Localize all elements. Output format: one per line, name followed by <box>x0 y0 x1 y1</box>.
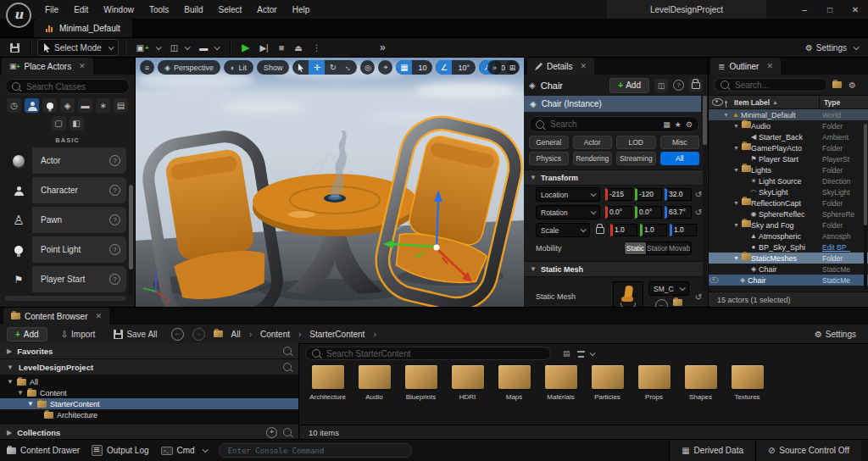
viewport-layout-icon[interactable]: ⊞ <box>505 60 520 75</box>
stop-button[interactable]: ■ <box>274 40 290 55</box>
search-icon[interactable] <box>283 363 292 371</box>
help-icon[interactable]: ? <box>109 274 120 285</box>
place-actors-search[interactable] <box>5 79 130 94</box>
folder-textures[interactable]: Textures <box>725 365 770 401</box>
back-icon[interactable]: ← <box>171 328 184 341</box>
play-options-button[interactable]: ⋮ <box>308 40 326 55</box>
add-actor-dropdown[interactable]: ▣+ <box>131 40 165 55</box>
rotation-dropdown[interactable]: Rotation <box>536 205 600 219</box>
outliner-settings-icon[interactable]: ⚙ <box>849 81 856 90</box>
category-all-icon[interactable]: ◧ <box>70 116 84 131</box>
rotation-snap-icon[interactable]: ∠ <box>436 60 452 75</box>
folder-architecture[interactable]: Architecture <box>305 365 350 401</box>
component-chair-instance[interactable]: ◈ Chair (Instance) <box>524 96 701 112</box>
chip-streaming[interactable]: Streaming <box>616 152 656 165</box>
settings-dropdown[interactable]: ⚙ Settings <box>800 40 863 55</box>
folder-maps[interactable]: Maps <box>492 365 537 401</box>
show-dropdown[interactable]: Show <box>257 60 290 75</box>
select-mode-dropdown[interactable]: Select Mode <box>37 39 119 56</box>
chip-general[interactable]: General <box>529 136 569 149</box>
location-y-field[interactable]: -120 <box>635 188 662 201</box>
outliner-row-folder-staticmeshes[interactable]: ▼StaticMeshesFolder <box>709 253 868 264</box>
outliner-scrollbar[interactable] <box>864 124 867 290</box>
outliner-row-chair-selected[interactable]: ◈ChairStaticMe <box>709 275 868 286</box>
chip-actor[interactable]: Actor <box>573 136 613 149</box>
menu-build[interactable]: Build <box>184 5 203 14</box>
breadcrumb-startercontent[interactable]: StarterContent <box>309 330 364 339</box>
outliner-search[interactable] <box>714 78 827 92</box>
category-shapes-icon[interactable]: ◈ <box>60 98 75 113</box>
pin-column-icon[interactable] <box>725 101 727 103</box>
breadcrumb-content[interactable]: Content <box>260 330 290 339</box>
cb-add-button[interactable]: +Add <box>7 327 47 342</box>
console-input[interactable] <box>226 446 404 456</box>
close-tab-icon[interactable]: ✕ <box>95 312 102 320</box>
close-tab-icon[interactable]: ✕ <box>581 62 587 70</box>
location-x-field[interactable]: -215 <box>605 188 632 201</box>
grid-snap-icon[interactable]: ▦ <box>396 60 412 75</box>
console-command-bar[interactable] <box>219 443 412 458</box>
menu-window[interactable]: Window <box>103 5 134 14</box>
details-scrollbar[interactable] <box>703 96 707 291</box>
scale-lock-icon[interactable] <box>596 227 604 234</box>
cmd-dropdown[interactable]: >_Cmd <box>161 446 207 455</box>
edit-blueprint-link[interactable]: Edit BP_ <box>822 243 865 252</box>
menu-tools[interactable]: Tools <box>149 5 169 14</box>
save-search-icon[interactable]: ▤ <box>563 349 570 358</box>
location-z-field[interactable]: 32.0 <box>665 188 692 201</box>
add-component-button[interactable]: +Add <box>609 78 649 93</box>
import-button[interactable]: ⇩Import <box>56 326 101 342</box>
details-search-input[interactable] <box>548 119 659 130</box>
item-label-column[interactable]: Item Label <box>734 98 770 107</box>
tree-item-startercontent-selected[interactable]: ▼StarterContent <box>0 398 298 409</box>
static-mesh-thumbnail[interactable] <box>613 281 643 307</box>
outliner-row-folder[interactable]: ▼Sky and FogFolder <box>709 219 868 230</box>
rotation-y-field[interactable]: 0.0° <box>635 206 662 219</box>
asset-search-input[interactable] <box>325 348 544 359</box>
outliner-row-folder[interactable]: ▼ReflectionCaptFolder <box>709 197 868 208</box>
outliner-row-actor[interactable]: ●BP_Sky_SphiEdit BP_ <box>709 242 868 253</box>
minimize-button[interactable]: – <box>792 5 817 14</box>
forward-icon[interactable]: → <box>192 328 205 341</box>
type-column[interactable]: Type <box>824 98 840 107</box>
source-control-button[interactable]: ⊘Source Control Off <box>755 440 861 461</box>
outliner-row-actor[interactable]: ☀Light SourceDirection <box>709 175 868 186</box>
viewport-options-icon[interactable]: ≡ <box>140 60 154 75</box>
tree-item-all[interactable]: ▼All <box>0 376 298 387</box>
close-tab-icon[interactable]: ✕ <box>766 62 773 70</box>
place-actor-item-actor[interactable]: Actor ? <box>5 147 126 174</box>
tree-item-architecture[interactable]: Architecture <box>0 409 298 420</box>
asset-search[interactable] <box>305 347 551 360</box>
output-log-button[interactable]: Output Log <box>92 445 148 456</box>
outliner-row-chair[interactable]: ◈ChairStaticMe <box>709 264 868 275</box>
category-volumes-icon[interactable]: ▢ <box>52 116 66 131</box>
outliner-row-world[interactable]: ▼▲Minimal_DefaultWorld <box>709 109 868 120</box>
mobility-static[interactable]: Static <box>625 242 647 254</box>
scale-dropdown[interactable]: Scale <box>536 223 590 237</box>
viewport[interactable]: Z x ≡ ◈Perspective ◐Lit Show ✛ ↻ <box>136 58 524 307</box>
folder-hdri[interactable]: HDRI <box>445 365 490 401</box>
folder-props[interactable]: Props <box>632 365 676 401</box>
display-filter-icon[interactable]: ▦ <box>663 120 670 129</box>
tree-item-content[interactable]: ▼Content <box>0 387 298 398</box>
category-effects-icon[interactable]: ∗ <box>96 98 110 113</box>
play-button[interactable]: ▶ <box>236 40 254 55</box>
transform-section-header[interactable]: ▼Transform <box>524 169 708 186</box>
breadcrumb-all[interactable]: All <box>231 330 241 339</box>
cinematics-dropdown[interactable]: ▬ <box>194 40 224 55</box>
derived-data-button[interactable]: ▦Derived Data <box>669 440 755 461</box>
category-cinematic-icon[interactable]: ▬ <box>78 98 92 113</box>
visibility-eye-icon[interactable] <box>709 277 718 283</box>
scale-tool-icon[interactable]: ↔ <box>338 60 357 75</box>
favorites-header[interactable]: ▶Favorites <box>0 343 298 359</box>
location-dropdown[interactable]: Location <box>536 187 600 202</box>
chip-physics[interactable]: Physics <box>529 152 569 165</box>
outliner-row-actor[interactable]: ◠SkyLightSkyLight <box>709 186 868 197</box>
menu-help[interactable]: Help <box>292 5 310 14</box>
folder-shapes[interactable]: Shapes <box>678 365 723 401</box>
chip-misc[interactable]: Misc <box>660 136 700 149</box>
mobility-movable[interactable]: Movable <box>669 242 691 254</box>
search-icon[interactable] <box>283 347 292 355</box>
rotation-snap-value[interactable]: 10° <box>452 60 476 75</box>
unreal-logo-icon[interactable]: u <box>6 3 31 28</box>
